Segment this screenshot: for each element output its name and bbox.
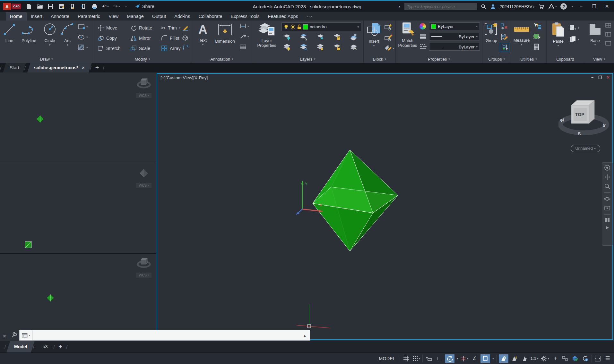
wcs-pill-3[interactable]: WCS▾ bbox=[136, 273, 151, 278]
viewport-tool-1[interactable] bbox=[605, 23, 611, 28]
tab-annotate[interactable]: Annotate bbox=[47, 12, 74, 21]
layer-off-icon[interactable] bbox=[283, 33, 291, 40]
circle-dropdown-icon[interactable]: ▾ bbox=[40, 43, 59, 47]
tab-output[interactable]: Output bbox=[148, 12, 170, 21]
offset-button[interactable] bbox=[182, 45, 189, 51]
viewcube-top-face[interactable]: TOP bbox=[575, 112, 584, 117]
search-input[interactable] bbox=[404, 3, 477, 10]
help-icon[interactable]: ? bbox=[560, 3, 567, 10]
autodesk-logo-icon[interactable]: ▾ bbox=[548, 4, 557, 9]
octahedron-mini-front-view[interactable] bbox=[24, 241, 32, 249]
create-block-button[interactable] bbox=[384, 23, 393, 31]
account-menu[interactable]: 20241129FHF3V▾ bbox=[500, 4, 534, 9]
tab-view[interactable]: View bbox=[104, 12, 123, 21]
define-attributes-button[interactable]: ▾ bbox=[384, 45, 394, 52]
layer-unlock-tool-icon[interactable] bbox=[333, 44, 341, 51]
erase-button[interactable] bbox=[182, 24, 189, 31]
mirror-button[interactable]: Mirror bbox=[130, 35, 151, 42]
tab-parametric[interactable]: Parametric bbox=[74, 12, 104, 21]
autocad-logo[interactable]: ACAD bbox=[3, 3, 21, 10]
scale-button[interactable]: Scale bbox=[130, 45, 150, 52]
ellipse-button[interactable]: ▾ bbox=[78, 34, 88, 40]
trim-button[interactable]: ✂Trim▾ bbox=[161, 24, 180, 31]
workspace-gear-icon[interactable]: ▾ bbox=[540, 354, 549, 363]
line-button[interactable]: Line bbox=[1, 22, 18, 43]
linetype-list-icon[interactable] bbox=[419, 44, 427, 49]
viewport-tool-3[interactable] bbox=[605, 41, 611, 46]
hatch-button[interactable]: ▾ bbox=[78, 44, 88, 51]
paste-button[interactable]: Paste▾ bbox=[549, 22, 567, 47]
copy-clip-button[interactable]: ▾ bbox=[569, 36, 579, 43]
model-space-toggle[interactable]: MODEL bbox=[377, 354, 397, 363]
left-viewports[interactable]: WCS▾ WCS▾ WCS▾ bbox=[0, 72, 156, 341]
panel-label-view[interactable]: View▾ bbox=[584, 55, 614, 63]
viewport-divider[interactable] bbox=[0, 162, 156, 162]
customization-menu-icon[interactable]: ☰ bbox=[604, 354, 611, 363]
navbar-play-icon[interactable] bbox=[605, 225, 610, 230]
user-avatar-icon[interactable] bbox=[490, 4, 496, 9]
navwheel-icon[interactable] bbox=[604, 165, 610, 171]
new-file-icon[interactable] bbox=[26, 3, 32, 10]
group-edit-button[interactable] bbox=[500, 33, 508, 40]
table-button[interactable] bbox=[239, 44, 246, 49]
file-tab-close-icon[interactable]: ✕ bbox=[82, 65, 85, 70]
minimize-button[interactable]: − bbox=[577, 4, 586, 9]
panel-label-layers[interactable]: Layers▾ bbox=[252, 55, 363, 63]
tab-insert[interactable]: Insert bbox=[27, 12, 47, 21]
octahedron-solid[interactable]: Y X bbox=[157, 74, 612, 339]
layer-unlock-icon[interactable] bbox=[297, 24, 301, 30]
main-viewport[interactable]: [+][Custom View][X-Ray] − ❐ ✕ bbox=[157, 73, 613, 340]
qat-customize-icon[interactable]: ▿ bbox=[125, 4, 127, 9]
group-selection-toggle[interactable] bbox=[500, 43, 509, 52]
arc-dropdown-icon[interactable]: ▾ bbox=[60, 43, 75, 47]
color-wheel-icon[interactable] bbox=[419, 23, 426, 30]
polar-tracking-icon[interactable] bbox=[445, 354, 454, 363]
layer-dropdown[interactable]: octaedro ▾ bbox=[281, 22, 361, 31]
orbit-icon[interactable] bbox=[604, 196, 610, 202]
circle-button[interactable]: Circle▾ bbox=[40, 22, 59, 47]
new-layout-button[interactable]: + bbox=[55, 341, 66, 352]
command-input[interactable] bbox=[33, 330, 300, 341]
annotation-visibility-icon[interactable] bbox=[499, 354, 508, 363]
view-name-pill[interactable]: Unnamed▾ bbox=[571, 145, 600, 152]
viewcube-ghost-mid[interactable] bbox=[137, 166, 151, 180]
dynamic-input-icon[interactable] bbox=[425, 354, 433, 363]
stretch-button[interactable]: Stretch bbox=[98, 45, 120, 52]
viewcube-south[interactable]: S bbox=[578, 131, 581, 136]
viewcube-ghost-top[interactable] bbox=[137, 76, 151, 90]
layer-lock-icon[interactable] bbox=[333, 33, 341, 40]
navbar-grid-icon[interactable] bbox=[605, 217, 610, 223]
wcs-pill-2[interactable]: WCS▾ bbox=[136, 183, 151, 188]
command-prompt-icon[interactable]: >_▾ bbox=[20, 330, 33, 340]
panel-label-annotation[interactable]: Annotation▾ bbox=[192, 55, 252, 63]
insert-block-button[interactable]: Insert▾ bbox=[365, 22, 383, 47]
polyline-button[interactable]: Polyline bbox=[19, 22, 39, 43]
tab-home[interactable]: Home bbox=[6, 12, 27, 21]
layer-thaw-icon[interactable] bbox=[299, 44, 308, 51]
save-to-mobile-icon[interactable] bbox=[80, 3, 87, 10]
cart-icon[interactable] bbox=[538, 4, 544, 10]
match-properties-button[interactable]: MatchProperties bbox=[397, 22, 418, 48]
viewport-divider[interactable] bbox=[0, 253, 156, 254]
viewport-tool-2[interactable] bbox=[605, 32, 611, 37]
object-snap-tracking-icon[interactable]: ∠ bbox=[471, 354, 478, 363]
showmotion-icon[interactable] bbox=[604, 205, 610, 211]
panel-label-clipboard[interactable]: Clipboard bbox=[547, 55, 584, 63]
save-as-icon[interactable] bbox=[58, 3, 65, 10]
dimension-button[interactable]: Dimension bbox=[212, 22, 238, 44]
save-icon[interactable] bbox=[48, 3, 54, 10]
command-line[interactable]: >_▾ ▲ bbox=[19, 330, 310, 341]
panel-label-properties[interactable]: Properties▾ bbox=[396, 55, 482, 63]
panel-label-utilities[interactable]: Utilities▾ bbox=[511, 55, 546, 63]
layer-on-all-icon[interactable] bbox=[283, 44, 291, 51]
panel-label-modify[interactable]: Modify▾ bbox=[93, 55, 192, 63]
isolate-objects-icon[interactable] bbox=[561, 354, 569, 363]
linetype-dropdown[interactable]: ByLayer▾ bbox=[429, 33, 480, 40]
clean-screen-icon[interactable] bbox=[594, 354, 601, 363]
layer-dropdown-icon[interactable]: ▾ bbox=[357, 25, 359, 29]
octahedron-mini-top-view[interactable] bbox=[36, 115, 44, 123]
maximize-button[interactable]: ❐ bbox=[590, 4, 599, 9]
rotate-button[interactable]: Rotate bbox=[130, 24, 152, 31]
object-snap-icon[interactable] bbox=[480, 354, 490, 363]
panel-label-block[interactable]: Block▾ bbox=[364, 55, 395, 63]
